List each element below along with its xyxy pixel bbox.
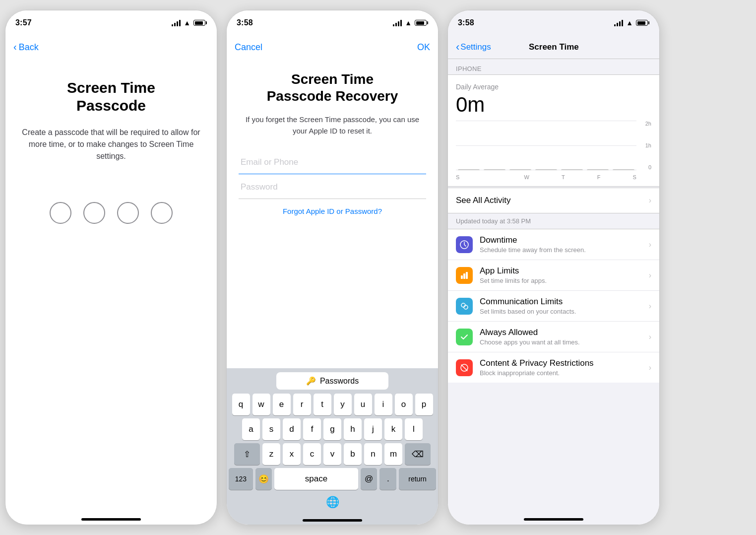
key-w[interactable]: w bbox=[252, 394, 270, 415]
signal-icon-2 bbox=[393, 19, 402, 26]
key-i[interactable]: i bbox=[375, 394, 392, 415]
x-label-t: T bbox=[562, 174, 565, 180]
daily-average-section: Daily Average 0m bbox=[448, 74, 659, 187]
time-3: 3:58 bbox=[458, 18, 474, 27]
keyboard-row-4: 123 😊 space @ . return bbox=[229, 468, 436, 490]
key-o[interactable]: o bbox=[395, 394, 413, 415]
key-l[interactable]: l bbox=[405, 418, 423, 440]
key-z[interactable]: z bbox=[262, 443, 280, 465]
communication-limits-chevron-icon: › bbox=[649, 302, 651, 311]
passcode-dot-4[interactable] bbox=[151, 202, 173, 224]
return-key[interactable]: return bbox=[399, 468, 436, 490]
key-q[interactable]: q bbox=[232, 394, 250, 415]
chart-bars bbox=[456, 121, 636, 170]
key-j[interactable]: j bbox=[364, 418, 382, 440]
app-limits-icon bbox=[456, 267, 473, 284]
content-privacy-text: Content & Privacy Restrictions Block ina… bbox=[480, 358, 649, 377]
time-2: 3:58 bbox=[237, 18, 253, 27]
key-g[interactable]: g bbox=[323, 418, 341, 440]
at-key[interactable]: @ bbox=[361, 468, 378, 490]
keyboard-row-1: q w e r t y u i o p bbox=[229, 394, 436, 415]
settings-back-label: Settings bbox=[460, 42, 491, 52]
time-1: 3:57 bbox=[15, 18, 32, 27]
emoji-key[interactable]: 😊 bbox=[255, 468, 272, 490]
status-bar-3: 3:58 ▲ bbox=[448, 10, 659, 35]
wifi-icon-3: ▲ bbox=[626, 19, 633, 27]
key-r[interactable]: r bbox=[293, 394, 311, 415]
wifi-icon-1: ▲ bbox=[184, 19, 190, 27]
key-h[interactable]: h bbox=[344, 418, 362, 440]
chevron-left-icon-3: ‹ bbox=[456, 41, 459, 54]
key-u[interactable]: u bbox=[354, 394, 372, 415]
app-limits-item[interactable]: App Limits Set time limits for apps. › bbox=[448, 260, 659, 291]
ok-button[interactable]: OK bbox=[417, 42, 430, 53]
chart-bar-t1 bbox=[535, 169, 557, 170]
period-key[interactable]: . bbox=[379, 468, 396, 490]
y-label-1h: 1h bbox=[645, 142, 651, 148]
key-x[interactable]: x bbox=[283, 443, 301, 465]
key-f[interactable]: f bbox=[303, 418, 321, 440]
key-y[interactable]: y bbox=[334, 394, 352, 415]
email-phone-input[interactable] bbox=[239, 150, 426, 174]
key-icon: 🔑 bbox=[306, 376, 316, 386]
backspace-key[interactable]: ⌫ bbox=[405, 443, 431, 465]
iphone-section-header: IPHONE bbox=[448, 59, 659, 74]
passcode-dot-3[interactable] bbox=[117, 202, 139, 224]
see-all-activity-row[interactable]: See All Activity › bbox=[448, 188, 659, 213]
phone3-scrollable[interactable]: IPHONE Daily Average 0m bbox=[448, 59, 659, 508]
key-s[interactable]: s bbox=[262, 418, 280, 440]
key-t[interactable]: t bbox=[314, 394, 331, 415]
communication-limits-text: Communication Limits Set limits based on… bbox=[480, 297, 649, 315]
always-allowed-item[interactable]: Always Allowed Choose apps you want at a… bbox=[448, 322, 659, 352]
key-v[interactable]: v bbox=[323, 443, 341, 465]
passcode-dot-1[interactable] bbox=[50, 202, 71, 224]
status-icons-1: ▲ bbox=[172, 19, 207, 27]
usage-chart: 2h 1h 0 S W T F S bbox=[456, 121, 651, 180]
forgot-apple-id-link[interactable]: Forgot Apple ID or Password? bbox=[283, 207, 382, 215]
passwords-button[interactable]: 🔑 Passwords bbox=[276, 372, 388, 390]
key-a[interactable]: a bbox=[242, 418, 260, 440]
passcode-description: Create a passcode that will be required … bbox=[20, 127, 202, 162]
passcode-dot-2[interactable] bbox=[83, 202, 105, 224]
downtime-item[interactable]: Downtime Schedule time away from the scr… bbox=[448, 229, 659, 260]
keyboard: 🔑 Passwords q w e r t y u i o p a s d f … bbox=[227, 368, 438, 513]
communication-limits-icon bbox=[456, 298, 473, 315]
key-e[interactable]: e bbox=[273, 394, 291, 415]
nav-3: ‹ Settings Screen Time bbox=[448, 35, 659, 59]
space-key[interactable]: space bbox=[274, 468, 358, 490]
page-title-3: Screen Time bbox=[491, 42, 617, 52]
signal-icon-1 bbox=[172, 19, 181, 26]
chart-bar-s2 bbox=[587, 169, 609, 170]
content-privacy-subtitle: Block inappropriate content. bbox=[480, 369, 649, 377]
key-n[interactable]: n bbox=[364, 443, 382, 465]
phone1-content: Screen Time Passcode Create a passcode t… bbox=[5, 59, 217, 508]
content-privacy-item[interactable]: Content & Privacy Restrictions Block ina… bbox=[448, 352, 659, 383]
key-c[interactable]: c bbox=[303, 443, 321, 465]
always-allowed-subtitle: Choose apps you want at all times. bbox=[480, 338, 649, 346]
passcode-title-1: Screen Time Passcode bbox=[67, 79, 155, 115]
communication-limits-subtitle: Set limits based on your contacts. bbox=[480, 308, 649, 315]
settings-back-button[interactable]: ‹ Settings bbox=[456, 41, 491, 54]
key-b[interactable]: b bbox=[344, 443, 362, 465]
key-d[interactable]: d bbox=[283, 418, 301, 440]
app-limits-subtitle: Set time limits for apps. bbox=[480, 277, 649, 284]
password-input[interactable] bbox=[239, 175, 426, 199]
shift-key[interactable]: ⇧ bbox=[234, 443, 260, 465]
communication-limits-item[interactable]: Communication Limits Set limits based on… bbox=[448, 291, 659, 322]
number-key[interactable]: 123 bbox=[229, 468, 253, 490]
status-bar-2: 3:58 ▲ bbox=[227, 10, 438, 35]
x-label-s1: S bbox=[456, 174, 459, 180]
svg-rect-2 bbox=[463, 273, 465, 279]
passwords-label: Passwords bbox=[320, 377, 359, 386]
globe-icon[interactable]: 🌐 bbox=[326, 496, 339, 509]
home-bar-3 bbox=[524, 518, 583, 521]
key-p[interactable]: p bbox=[415, 394, 433, 415]
content-privacy-chevron-icon: › bbox=[649, 363, 651, 372]
cancel-button[interactable]: Cancel bbox=[235, 42, 262, 53]
downtime-title: Downtime bbox=[480, 235, 649, 245]
key-k[interactable]: k bbox=[384, 418, 402, 440]
back-button-1[interactable]: ‹ Back bbox=[13, 42, 39, 53]
phone-2: 3:58 ▲ Cancel OK Screen Time Passcode bbox=[226, 10, 439, 525]
recovery-description: If you forget the Screen Time passcode, … bbox=[239, 114, 426, 136]
key-m[interactable]: m bbox=[384, 443, 402, 465]
